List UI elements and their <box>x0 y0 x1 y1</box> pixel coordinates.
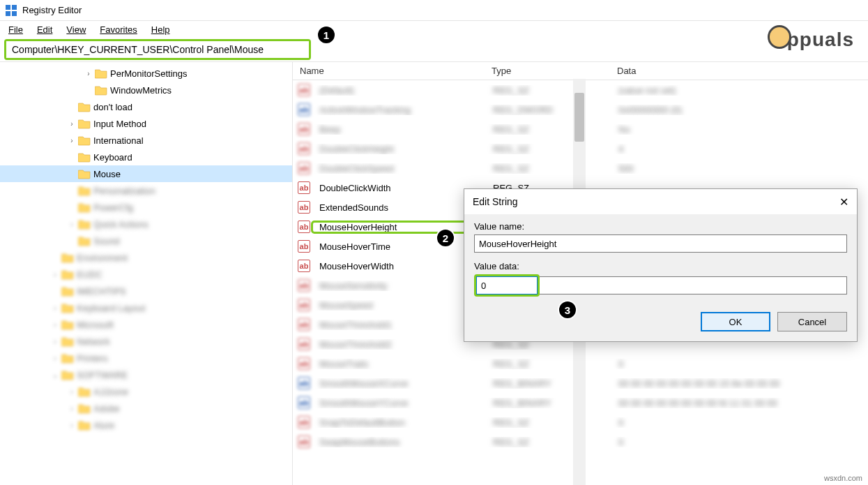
chevron-icon[interactable]: › <box>67 421 77 429</box>
tree-view[interactable]: ›PerMonitorSettingsWindowMetricsdon't lo… <box>0 62 293 485</box>
chevron-icon[interactable]: › <box>67 388 77 396</box>
tree-item[interactable]: don't load <box>0 98 292 115</box>
tree-item-label: Keyboard <box>93 152 132 163</box>
chevron-icon[interactable]: › <box>50 338 60 345</box>
value-type-icon: ab <box>297 142 311 156</box>
chevron-icon[interactable]: › <box>84 70 93 77</box>
chevron-icon[interactable]: › <box>50 304 60 312</box>
value-data-cell: (value not set) <box>611 85 868 96</box>
value-name-cell: Beep <box>312 124 486 135</box>
value-data-field[interactable] <box>476 276 538 294</box>
address-bar-highlight: Computer\HKEY_CURRENT_USER\Control Panel… <box>4 39 311 60</box>
value-type-icon: ab <box>297 298 311 312</box>
tree-item-label: don't load <box>93 102 132 112</box>
folder-icon <box>95 68 107 79</box>
chevron-icon[interactable]: › <box>67 120 77 128</box>
tree-item-label: IMECHTIPS <box>77 286 126 297</box>
value-type-icon: ab <box>297 337 311 351</box>
value-name-field[interactable] <box>474 234 847 253</box>
scrollbar-thumb[interactable] <box>574 93 584 142</box>
value-data-cell: 00 00 00 00 00 00 00 00 15 6e 00 00 00 <box>611 378 868 389</box>
menu-favorites[interactable]: Favorites <box>94 23 142 36</box>
value-name-cell: (Default) <box>312 85 486 96</box>
folder-icon <box>61 352 74 364</box>
tree-item-label: AJJzone <box>93 387 128 397</box>
tree-item[interactable]: ›Input Method <box>0 115 292 132</box>
value-type-cell: REG_BINARY <box>486 378 611 389</box>
folder-icon <box>78 135 91 146</box>
tree-item-label: Network <box>77 336 110 347</box>
tree-item[interactable]: PowerCfg <box>0 199 292 216</box>
tree-item[interactable]: ›Microsoft <box>0 316 292 333</box>
value-type-icon: ab <box>297 357 311 371</box>
tree-item[interactable]: WindowMetrics <box>0 82 292 98</box>
ok-button[interactable]: OK <box>701 312 770 331</box>
value-data-label: Value data: <box>474 261 847 271</box>
value-name-cell: DoubleClickHeight <box>312 144 486 154</box>
svg-rect-1 <box>12 5 17 10</box>
tree-item[interactable]: ›Keyboard Layout <box>0 299 292 316</box>
credit-text: wsxdn.com <box>824 474 862 482</box>
tree-item-label: Input Method <box>93 119 146 129</box>
tree-item[interactable]: ›Printers <box>0 350 292 366</box>
col-header-name[interactable]: Name <box>293 66 485 76</box>
tree-item[interactable]: ›EUDC <box>0 266 292 283</box>
tree-item[interactable]: ›AJJzone <box>0 383 292 400</box>
value-data-rest[interactable] <box>540 276 847 294</box>
folder-icon <box>61 269 74 280</box>
menu-edit[interactable]: Edit <box>31 23 58 36</box>
edit-string-dialog: Edit String ✕ Value name: Value data: OK… <box>464 188 858 342</box>
tree-item[interactable]: IMECHTIPS <box>0 283 292 299</box>
value-name-cell: MouseThreshold1 <box>312 320 486 330</box>
titlebar: Registry Editor <box>0 0 868 21</box>
brand-text: ppuals <box>787 29 854 51</box>
value-name-cell: MouseThreshold2 <box>312 339 486 350</box>
value-type-icon: ab <box>297 200 311 214</box>
chevron-icon[interactable]: › <box>67 137 77 144</box>
svg-rect-2 <box>6 11 10 16</box>
chevron-icon[interactable]: › <box>50 271 60 278</box>
cancel-button[interactable]: Cancel <box>777 312 847 331</box>
chevron-icon[interactable]: › <box>50 355 60 362</box>
value-data-cell: 0x00000000 (0) <box>611 105 868 115</box>
folder-icon <box>78 403 91 414</box>
tree-item-label: SOFTWARE <box>77 370 128 380</box>
tree-item-label: PowerCfg <box>93 202 133 213</box>
folder-icon <box>78 218 91 230</box>
dialog-title: Edit String <box>473 196 518 207</box>
tree-item[interactable]: ⌄SOFTWARE <box>0 366 292 383</box>
tree-item[interactable]: ›Alure <box>0 417 292 433</box>
chevron-icon[interactable]: › <box>67 221 77 228</box>
tree-item[interactable]: ›International <box>0 132 292 149</box>
tree-item-label: Printers <box>77 353 108 364</box>
menu-help[interactable]: Help <box>146 23 176 36</box>
col-header-data[interactable]: Data <box>610 66 868 76</box>
tree-item[interactable]: Keyboard <box>0 149 292 165</box>
menu-view[interactable]: View <box>61 23 91 36</box>
tree-item[interactable]: Environment <box>0 249 292 266</box>
tree-item[interactable]: Sound <box>0 232 292 249</box>
tree-item[interactable]: ›Network <box>0 333 292 350</box>
address-bar[interactable]: Computer\HKEY_CURRENT_USER\Control Panel… <box>6 41 309 58</box>
value-type-cell: REG_DWORD <box>486 105 611 115</box>
value-type-icon: ab <box>297 83 311 97</box>
col-header-type[interactable]: Type <box>485 66 610 76</box>
tree-item[interactable]: ›Quick Actions <box>0 216 292 232</box>
tree-item[interactable]: Personalization <box>0 182 292 199</box>
dialog-titlebar: Edit String ✕ <box>464 189 857 214</box>
chevron-icon[interactable]: › <box>67 405 77 412</box>
chevron-icon[interactable]: ⌄ <box>50 371 60 379</box>
tree-item-label: Microsoft <box>77 320 114 330</box>
close-icon[interactable]: ✕ <box>839 195 848 209</box>
tree-item[interactable]: ›PerMonitorSettings <box>0 65 292 82</box>
value-name-label: Value name: <box>474 221 847 232</box>
tree-item[interactable]: ›Adobe <box>0 400 292 417</box>
tree-item[interactable]: Mouse <box>0 165 292 182</box>
folder-icon <box>78 386 91 397</box>
annotation-badge-1: 1 <box>317 25 336 45</box>
value-name-cell: SmoothMouseXCurve <box>312 378 486 389</box>
menu-file[interactable]: File <box>3 23 29 36</box>
chevron-icon[interactable]: › <box>50 321 60 329</box>
brand-head-icon <box>768 25 791 49</box>
value-type-cell: REG_SZ <box>486 124 611 135</box>
